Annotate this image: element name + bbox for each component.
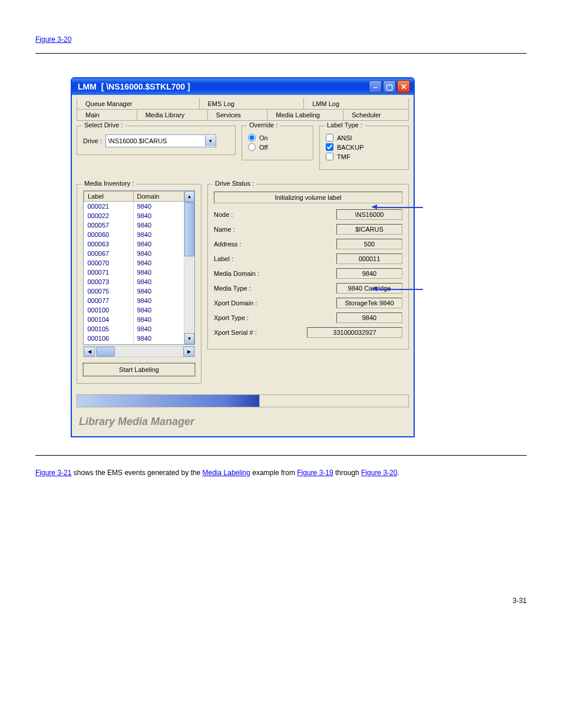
tab-media-labeling[interactable]: Media Labeling (267, 110, 343, 120)
divider-bottom (35, 455, 527, 456)
override-off-radio[interactable]: Off (248, 143, 307, 151)
progress-bar (77, 394, 409, 407)
tab-ems-log[interactable]: EMS Log (200, 98, 305, 109)
status-field-row: Name :$ICARUS (214, 224, 402, 235)
media-inventory-label: Media Inventory : (82, 180, 136, 187)
status-field-row: Label :000011 (214, 253, 402, 264)
chevron-down-icon[interactable]: ▼ (205, 136, 216, 146)
status-field-row: Media Domain :9840 (214, 268, 402, 279)
table-row[interactable]: 0001059840 (84, 324, 184, 334)
drive-status-message: Initializing volume label (214, 192, 402, 203)
figure-link-321[interactable]: Figure 3-21 (35, 469, 71, 477)
field-label: Address : (214, 241, 279, 248)
scroll-up-icon[interactable]: ▲ (184, 191, 194, 202)
field-value: $ICARUS (336, 224, 402, 235)
select-drive-group: Select Drive : Drive : ▼ (77, 126, 236, 155)
field-label: Node : (214, 211, 279, 218)
lmm-window: LMM [ \NS16000.$STKL700 ] – ▢ ✕ Queue Ma… (71, 77, 415, 437)
figure-link-top[interactable]: Figure 3-20 (35, 35, 71, 44)
app-footer-title: Library Media Manager (77, 416, 409, 430)
field-label: Media Type : (214, 285, 279, 292)
table-row[interactable]: 0001069840 (84, 334, 184, 343)
table-row[interactable]: 0000609840 (84, 230, 184, 239)
tab-scheduler[interactable]: Scheduler (343, 110, 409, 120)
col-label[interactable]: Label (84, 192, 134, 202)
table-row[interactable]: 0000739840 (84, 277, 184, 286)
xport-serial-value: 331000032927 (307, 327, 402, 338)
scroll-down-icon[interactable]: ▼ (184, 333, 194, 344)
vertical-scrollbar[interactable]: ▲ ▼ (184, 191, 194, 344)
field-value: \NS16000 (336, 209, 402, 220)
table-row[interactable]: 0000759840 (84, 286, 184, 296)
field-label: Xport Type : (214, 314, 279, 321)
radio-off[interactable] (248, 143, 256, 151)
callout-arrow-label (376, 288, 423, 290)
close-icon[interactable]: ✕ (397, 80, 410, 93)
tab-services[interactable]: Services (208, 110, 268, 120)
figure-link-320[interactable]: Figure 3-20 (361, 469, 397, 477)
table-row[interactable]: 0000579840 (84, 220, 184, 230)
tab-main[interactable]: Main (77, 110, 137, 120)
media-inventory-table[interactable]: Label Domain 000021984000002298400000579… (84, 191, 184, 343)
radio-on[interactable] (248, 134, 256, 141)
maximize-icon[interactable]: ▢ (383, 80, 396, 93)
override-on-radio[interactable]: On (248, 134, 307, 141)
field-value: 000011 (336, 253, 402, 264)
table-row[interactable]: 0000709840 (84, 258, 184, 268)
media-labeling-link[interactable]: Media Labeling (203, 469, 250, 477)
override-group-label: Override : (247, 121, 280, 129)
select-drive-label: Select Drive : (82, 121, 125, 129)
status-field-row: Xport Domain :StorageTek 9840 (214, 298, 402, 308)
field-label: Xport Domain : (214, 299, 279, 307)
drive-status-group: Drive Status : Initializing volume label… (207, 184, 409, 350)
media-inventory-group: Media Inventory : Label Domain 00 (77, 184, 201, 384)
horizontal-scrollbar[interactable]: ◀ ▶ (83, 346, 195, 357)
field-value: 500 (336, 239, 402, 249)
label-type-group-label: Label Type : (325, 121, 365, 129)
checkbox-tmf[interactable]: TMF (326, 153, 402, 160)
table-row[interactable]: 0000639840 (84, 239, 184, 249)
titlebar[interactable]: LMM [ \NS16000.$STKL700 ] – ▢ ✕ (72, 78, 414, 95)
field-value: 9840 (336, 268, 402, 279)
table-row[interactable]: 0000219840 (84, 202, 184, 212)
start-labeling-button[interactable]: Start Labeling (83, 363, 195, 376)
table-row[interactable]: 0000679840 (84, 249, 184, 258)
scroll-right-icon[interactable]: ▶ (183, 347, 194, 357)
table-row[interactable]: 0000719840 (84, 268, 184, 277)
status-field-row: Xport Type :9840 (214, 312, 402, 323)
tab-lmm-log[interactable]: LMM Log (304, 98, 409, 109)
field-label: Name : (214, 226, 279, 233)
xport-serial-label: Xport Serial # : (214, 329, 279, 336)
table-row[interactable]: 0001049840 (84, 315, 184, 324)
field-label: Label : (214, 255, 279, 262)
table-row[interactable]: 0001009840 (84, 305, 184, 315)
drive-status-label: Drive Status : (213, 180, 256, 187)
figure-link-319[interactable]: Figure 3-19 (297, 469, 333, 477)
tab-queue-manager[interactable]: Queue Manager (77, 98, 200, 109)
arrow-head-icon (371, 205, 377, 209)
tab-media-library[interactable]: Media Library (137, 110, 208, 120)
field-value: StorageTek 9840 (336, 298, 402, 308)
divider-top (35, 53, 527, 54)
minimize-icon[interactable]: – (369, 80, 382, 93)
page-number: 3-31 (365, 597, 527, 605)
drive-input[interactable] (106, 136, 205, 146)
status-field-row: Address :500 (214, 239, 402, 249)
checkbox-ansi[interactable]: ANSI (326, 134, 402, 141)
field-label: Media Domain : (214, 270, 279, 277)
override-group: Override : On Off (242, 126, 313, 160)
checkbox-backup[interactable]: BACKUP (326, 143, 402, 151)
callout-arrow-status (376, 206, 423, 208)
caption-text: Figure 3-21 shows the EMS events generat… (35, 467, 527, 479)
scroll-thumb[interactable] (184, 202, 194, 256)
hscroll-thumb[interactable] (96, 347, 115, 357)
drive-combobox[interactable]: ▼ (105, 134, 216, 147)
table-row[interactable]: 0000229840 (84, 211, 184, 220)
table-row[interactable]: 0000779840 (84, 296, 184, 305)
scroll-left-icon[interactable]: ◀ (84, 347, 95, 357)
window-title: LMM [ \NS16000.$STKL700 ] (78, 82, 369, 91)
status-field-row: Node :\NS16000 (214, 209, 402, 220)
col-domain[interactable]: Domain (133, 192, 184, 202)
field-value: 9840 (336, 312, 402, 323)
drive-label: Drive : (83, 137, 102, 144)
